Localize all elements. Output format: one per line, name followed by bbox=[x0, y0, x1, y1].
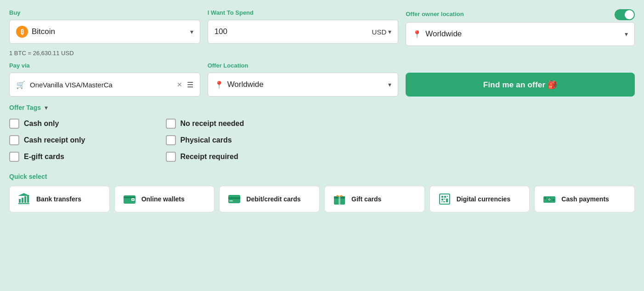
svg-rect-1 bbox=[22, 198, 23, 203]
checkbox-e-gift-cards[interactable]: E-gift cards bbox=[9, 152, 166, 162]
checkbox-cash-receipt-only[interactable]: Cash receipt only bbox=[9, 135, 166, 145]
svg-point-28 bbox=[548, 199, 550, 200]
online-wallets-icon bbox=[122, 192, 137, 206]
quick-card-gift-cards[interactable]: Gift cards bbox=[324, 186, 425, 212]
offer-owner-location-group: Offer owner location 📍 Worldwide ▾ bbox=[406, 9, 635, 46]
find-offer-button[interactable]: Find me an offer 🎒 bbox=[406, 73, 635, 97]
checkbox-physical-cards-label: Physical cards bbox=[181, 136, 232, 144]
svg-rect-17 bbox=[441, 196, 443, 198]
svg-rect-0 bbox=[19, 199, 21, 203]
checkbox-cash-only[interactable]: Cash only bbox=[9, 119, 166, 129]
pay-via-group: Pay via 🛒 OneVanilla VISA/MasterCa ✕ ☰ bbox=[9, 62, 200, 97]
offer-location-chevron-icon: ▾ bbox=[388, 81, 391, 88]
svg-rect-30 bbox=[553, 199, 554, 201]
quick-card-online-wallets-label: Online wallets bbox=[141, 195, 185, 203]
svg-rect-4 bbox=[18, 203, 29, 204]
svg-rect-15 bbox=[339, 196, 340, 205]
offer-location-value: Worldwide bbox=[227, 80, 385, 89]
bank-transfers-icon bbox=[17, 192, 32, 206]
checkbox-col-right: No receipt needed Physical cards Receipt… bbox=[166, 119, 322, 162]
debit-credit-icon bbox=[227, 192, 242, 206]
checkbox-physical-cards-box[interactable] bbox=[166, 135, 176, 145]
bitcoin-icon: ₿ bbox=[16, 26, 28, 38]
checkbox-cash-receipt-only-label: Cash receipt only bbox=[24, 136, 85, 144]
quick-select-row: Bank transfers Online wallets bbox=[9, 186, 635, 212]
svg-rect-18 bbox=[444, 196, 446, 198]
pay-via-value: OneVanilla VISA/MasterCa bbox=[30, 81, 172, 89]
offer-owner-header: Offer owner location bbox=[406, 9, 635, 20]
checkboxes-row: Cash only Cash receipt only E-gift cards… bbox=[9, 119, 635, 162]
checkbox-receipt-required-label: Receipt required bbox=[181, 153, 238, 161]
checkbox-no-receipt-label: No receipt needed bbox=[181, 120, 244, 128]
gift-cards-icon bbox=[332, 192, 347, 206]
quick-card-online-wallets[interactable]: Online wallets bbox=[114, 186, 215, 212]
checkbox-e-gift-cards-box[interactable] bbox=[9, 152, 19, 162]
offer-owner-toggle[interactable] bbox=[615, 9, 635, 20]
svg-rect-22 bbox=[446, 199, 448, 200]
location-pin-icon: 📍 bbox=[412, 30, 422, 39]
buy-label: Buy bbox=[9, 9, 200, 16]
spend-field-group: I Want To Spend USD ▾ bbox=[208, 9, 399, 44]
checkbox-receipt-required-box[interactable] bbox=[166, 152, 176, 162]
cart-icon: 🛒 bbox=[16, 80, 25, 89]
quick-card-gift-cards-label: Gift cards bbox=[351, 195, 381, 203]
svg-marker-5 bbox=[18, 193, 30, 196]
checkbox-cash-receipt-only-box[interactable] bbox=[9, 135, 19, 145]
quick-card-cash-payments-label: Cash payments bbox=[561, 195, 609, 203]
checkbox-cash-only-box[interactable] bbox=[9, 119, 19, 129]
offer-owner-chevron-icon: ▾ bbox=[625, 30, 628, 38]
checkbox-cash-only-label: Cash only bbox=[24, 120, 59, 128]
svg-rect-29 bbox=[544, 197, 546, 199]
spend-box: USD ▾ bbox=[208, 20, 399, 44]
pay-via-label: Pay via bbox=[9, 62, 200, 69]
digital-currencies-icon bbox=[437, 192, 452, 206]
svg-rect-3 bbox=[27, 195, 29, 203]
svg-rect-12 bbox=[229, 200, 233, 201]
svg-rect-21 bbox=[444, 199, 445, 200]
offer-location-group: Offer Location 📍 Worldwide ▾ bbox=[208, 62, 399, 97]
currency-value: USD bbox=[372, 28, 387, 36]
checkbox-spacer bbox=[322, 119, 635, 162]
svg-rect-2 bbox=[24, 196, 26, 203]
quick-card-digital-currencies[interactable]: Digital currencies bbox=[429, 186, 530, 212]
offer-owner-location-value: Worldwide bbox=[425, 29, 621, 39]
quick-card-cash-payments[interactable]: Cash payments bbox=[534, 186, 635, 212]
quick-card-digital-currencies-label: Digital currencies bbox=[457, 195, 511, 203]
offer-location-select[interactable]: 📍 Worldwide ▾ bbox=[208, 73, 399, 97]
currency-chevron-icon: ▾ bbox=[388, 28, 391, 35]
offer-tags-row[interactable]: Offer Tags ▾ bbox=[9, 104, 635, 111]
buy-selected-value: Bitcoin bbox=[32, 27, 186, 36]
find-offer-col: Find me an offer 🎒 bbox=[406, 73, 635, 97]
checkbox-no-receipt[interactable]: No receipt needed bbox=[166, 119, 322, 129]
svg-rect-9 bbox=[124, 197, 136, 198]
offer-owner-location-select[interactable]: 📍 Worldwide ▾ bbox=[406, 22, 635, 46]
checkbox-receipt-required[interactable]: Receipt required bbox=[166, 152, 322, 162]
offer-tags-label: Offer Tags bbox=[9, 104, 41, 111]
find-offer-label: Find me an offer 🎒 bbox=[483, 80, 558, 90]
row-middle: Pay via 🛒 OneVanilla VISA/MasterCa ✕ ☰ O… bbox=[9, 62, 635, 97]
row-top: Buy ₿ Bitcoin ▾ I Want To Spend USD ▾ Of… bbox=[9, 9, 635, 46]
quick-card-bank-transfers[interactable]: Bank transfers bbox=[9, 186, 110, 212]
main-container: Buy ₿ Bitcoin ▾ I Want To Spend USD ▾ Of… bbox=[9, 9, 635, 212]
quick-card-bank-transfers-label: Bank transfers bbox=[36, 195, 81, 203]
checkbox-e-gift-cards-label: E-gift cards bbox=[24, 153, 64, 161]
pay-via-menu-icon[interactable]: ☰ bbox=[187, 80, 193, 89]
offer-tags-chevron-icon: ▾ bbox=[45, 104, 48, 111]
checkbox-physical-cards[interactable]: Physical cards bbox=[166, 135, 322, 145]
spend-input[interactable] bbox=[215, 27, 368, 36]
btc-rate: 1 BTC = 26,630.11 USD bbox=[9, 50, 635, 57]
pay-via-clear-icon[interactable]: ✕ bbox=[177, 81, 182, 88]
quick-card-debit-credit[interactable]: Debit/credit cards bbox=[219, 186, 320, 212]
offer-location-pin-icon: 📍 bbox=[215, 80, 224, 89]
buy-select[interactable]: ₿ Bitcoin ▾ bbox=[9, 20, 200, 44]
currency-select[interactable]: USD ▾ bbox=[372, 28, 392, 36]
buy-chevron-icon: ▾ bbox=[190, 28, 193, 35]
svg-rect-25 bbox=[446, 200, 448, 202]
svg-rect-19 bbox=[447, 196, 448, 197]
pay-via-select[interactable]: 🛒 OneVanilla VISA/MasterCa ✕ ☰ bbox=[9, 73, 200, 97]
svg-rect-20 bbox=[441, 199, 443, 200]
svg-rect-11 bbox=[228, 197, 240, 199]
cash-payments-icon bbox=[542, 192, 557, 206]
quick-card-debit-credit-label: Debit/credit cards bbox=[246, 195, 300, 203]
checkbox-no-receipt-box[interactable] bbox=[166, 119, 176, 129]
